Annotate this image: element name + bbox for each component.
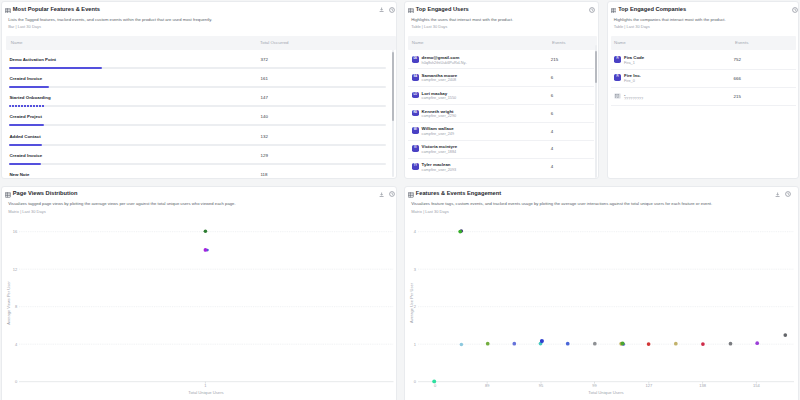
svg-text:3: 3 [414,266,417,271]
svg-text:Average Views Per User: Average Views Per User [6,280,11,324]
svg-text:4: 4 [15,341,18,346]
svg-text:0: 0 [15,379,18,384]
svg-text:0: 0 [414,379,417,384]
svg-text:0: 0 [434,383,437,388]
svg-text:Total Unique Users: Total Unique Users [188,389,223,394]
svg-text:8: 8 [15,304,18,309]
svg-text:Average Use Per User: Average Use Per User [409,282,414,323]
svg-text:12: 12 [13,266,18,271]
svg-text:89: 89 [485,383,490,388]
svg-text:2: 2 [414,304,417,309]
svg-text:154: 154 [753,383,760,388]
svg-text:1: 1 [414,341,417,346]
svg-text:1: 1 [204,383,207,388]
svg-text:127: 127 [645,383,652,388]
svg-text:4: 4 [414,229,417,234]
svg-text:99: 99 [592,383,597,388]
svg-text:138: 138 [699,383,706,388]
svg-text:95: 95 [539,383,544,388]
svg-text:16: 16 [13,229,18,234]
svg-text:Total Unique Users: Total Unique Users [588,389,623,394]
